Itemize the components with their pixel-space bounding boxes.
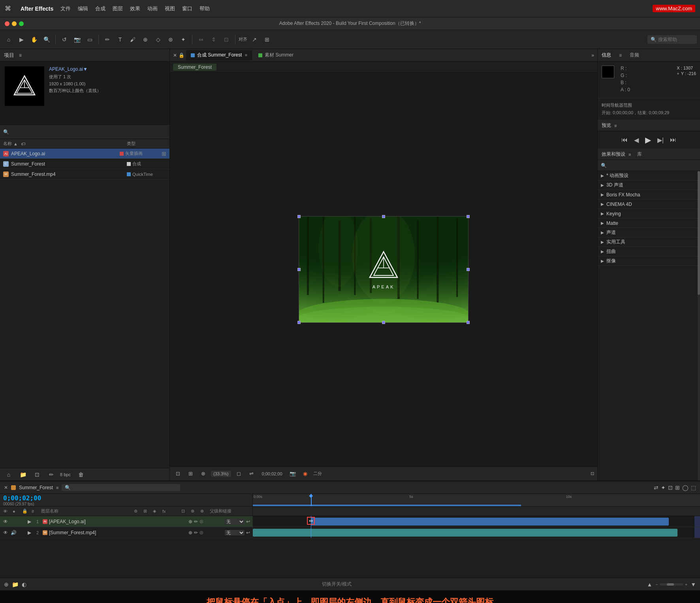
edit-icon[interactable]: ✏ xyxy=(46,469,57,480)
hand-tool[interactable]: ✋ xyxy=(28,34,40,45)
comp-tab-menu[interactable]: ≡ xyxy=(245,53,247,57)
tab-info[interactable]: 信息 xyxy=(602,52,611,58)
tl-layer-1[interactable]: 👁 ● 🔒 ▶ 1 Ai [APEAK_Logo.ai] ⊕ ✏ ◎ 无 ↩ xyxy=(0,516,700,527)
color-wheel-icon[interactable]: ◉ xyxy=(301,469,310,479)
effect-distort[interactable]: ▶ 扭曲 xyxy=(598,247,700,256)
effect-boris-fx[interactable]: ▶ Boris FX Mocha xyxy=(598,190,700,200)
zoom-dropdown[interactable]: (33.3%) xyxy=(211,471,231,477)
tl-solo-switches[interactable]: ◐ xyxy=(22,581,26,588)
move-layers[interactable]: ⇔ xyxy=(196,34,207,45)
layer1-anchor[interactable]: ⊕ xyxy=(188,519,192,524)
project-menu-icon[interactable]: ≡ xyxy=(19,53,22,58)
step-back-button[interactable]: ◀ xyxy=(634,136,639,144)
layer2-pen[interactable]: ✏ xyxy=(194,530,198,535)
effects-lib-label[interactable]: 库 xyxy=(637,151,642,158)
pin-tool[interactable]: ✦ xyxy=(178,34,189,45)
layer1-lock[interactable]: 🔒 xyxy=(18,518,24,525)
handle-tl[interactable] xyxy=(297,215,301,218)
timeline-menu-icon[interactable]: ≡ xyxy=(56,485,58,490)
grid-icon[interactable]: ⊞ xyxy=(186,469,195,479)
go-end-button[interactable]: ⏭ xyxy=(670,136,676,143)
tl-layer-2[interactable]: 👁 🔊 ● ▶ 2 M [Summer_Forest.mp4] ⊕ ✏ ◎ 无 … xyxy=(0,527,700,538)
work-area-bar[interactable] xyxy=(253,505,521,506)
transfer-mode[interactable]: ⇕ xyxy=(208,34,219,45)
clone-tool[interactable]: ⊕ xyxy=(140,34,151,45)
handle-ml[interactable] xyxy=(297,268,301,271)
camera-tool[interactable]: 📷 xyxy=(72,34,83,45)
menu-view[interactable]: 视图 xyxy=(165,5,175,12)
pen-tool[interactable]: ✏ xyxy=(102,34,113,45)
tl-tool4[interactable]: ⊞ xyxy=(675,484,680,491)
fit-frame-icon[interactable]: ◻ xyxy=(234,469,244,479)
menu-effects[interactable]: 效果 xyxy=(130,5,140,12)
layer2-audio[interactable]: 🔊 xyxy=(10,530,17,536)
layer2-expand[interactable]: ▶ xyxy=(26,530,32,536)
brush-tool[interactable]: 🖌 xyxy=(127,34,138,45)
maximize-button[interactable] xyxy=(19,21,24,26)
step-fwd-button[interactable]: ▶| xyxy=(657,136,664,144)
menu-edit[interactable]: 编辑 xyxy=(78,5,88,12)
search-input[interactable] xyxy=(658,37,694,42)
layer1-visibility[interactable]: 👁 xyxy=(2,518,9,525)
layer2-visibility[interactable]: 👁 xyxy=(2,530,9,536)
select-tool[interactable]: ▶ xyxy=(16,34,27,45)
text-tool[interactable]: T xyxy=(115,34,126,45)
effects-search-input[interactable] xyxy=(608,163,697,168)
layer2-parent-link[interactable]: ↩ xyxy=(246,530,250,535)
project-search-input[interactable] xyxy=(11,129,166,135)
view-mode-label[interactable]: 二分 xyxy=(313,471,322,477)
playhead-marker[interactable] xyxy=(309,494,313,498)
effect-channel[interactable]: ▶ 声道 xyxy=(598,228,700,237)
menu-window[interactable]: 窗口 xyxy=(182,5,192,12)
timeline-close-icon[interactable]: ✕ xyxy=(4,485,8,490)
tl-new-layer[interactable]: ⊕ xyxy=(4,581,9,588)
handle-br[interactable] xyxy=(467,321,470,324)
go-start-button[interactable]: ⏮ xyxy=(621,136,628,143)
add-to-comp-icon[interactable]: ⊞ xyxy=(162,151,166,157)
comp-expand-icon[interactable]: » xyxy=(591,53,594,58)
comp-panel-close[interactable]: ✕ xyxy=(173,53,177,58)
viewer-options[interactable]: ⊞ xyxy=(262,34,273,45)
footage-icon[interactable]: ⊡ xyxy=(32,469,43,480)
layer1-parent-select[interactable]: 无 xyxy=(225,519,245,524)
comp-name-tag[interactable]: Summer_Forest xyxy=(173,64,216,71)
preview-menu-icon[interactable]: ≡ xyxy=(614,123,617,128)
effects-menu-icon[interactable]: ≡ xyxy=(628,152,631,157)
effect-keying2[interactable]: ▶ 抠像 xyxy=(598,256,700,266)
zoom-tool[interactable]: 🔍 xyxy=(41,34,52,45)
handle-mr[interactable] xyxy=(467,268,470,271)
eraser-tool[interactable]: ◇ xyxy=(152,34,164,45)
menu-file[interactable]: 文件 xyxy=(60,5,71,12)
tl-collapse[interactable]: ▼ xyxy=(691,581,696,588)
tl-tool1[interactable]: ⇄ xyxy=(654,484,659,491)
layer1-pen[interactable]: ✏ xyxy=(194,519,198,524)
tl-tool3[interactable]: ⊡ xyxy=(668,484,673,491)
tl-ruler[interactable]: 0:00s 5s 10s xyxy=(253,494,700,506)
effects-scrollbar-thumb[interactable] xyxy=(698,171,700,295)
handle-tc[interactable] xyxy=(382,215,385,218)
layer1-right-expand[interactable] xyxy=(694,516,700,527)
tl-expand-all[interactable]: ▲ xyxy=(647,581,652,588)
comp-lock-icon[interactable]: 🔒 xyxy=(179,53,184,58)
play-button[interactable]: ▶ xyxy=(645,135,651,145)
tl-tool6[interactable]: ⬚ xyxy=(691,484,696,491)
layer2-parent-select[interactable]: 无 xyxy=(225,530,245,535)
tl-tool5[interactable]: ◯ xyxy=(682,484,689,491)
menu-composition[interactable]: 合成 xyxy=(95,5,105,12)
layer2-right-expand[interactable] xyxy=(694,527,700,538)
file-item-summer-forest[interactable]: C Summer_Forest 合成 xyxy=(0,159,169,169)
puppet-tool[interactable]: ⊛ xyxy=(165,34,176,45)
transparency-icon[interactable]: ⊗ xyxy=(198,469,208,479)
camera-icon[interactable]: 📷 xyxy=(288,469,297,479)
home-button[interactable]: ⌂ xyxy=(3,34,14,45)
snap-tool[interactable]: ⊡ xyxy=(221,34,232,45)
align-expand[interactable]: ↗ xyxy=(249,34,260,45)
effect-3d-audio[interactable]: ▶ 3D 声道 xyxy=(598,181,700,190)
expand-view-icon[interactable]: ⊡ xyxy=(591,471,594,476)
handle-tr[interactable] xyxy=(467,215,470,218)
layer1-expand[interactable]: ▶ xyxy=(26,518,32,525)
effects-scrollbar[interactable] xyxy=(698,171,700,481)
preview-screen-icon[interactable]: ⊡ xyxy=(173,469,183,479)
effect-matte[interactable]: ▶ Matte xyxy=(598,219,700,228)
tl-folder[interactable]: 📁 xyxy=(12,581,19,588)
